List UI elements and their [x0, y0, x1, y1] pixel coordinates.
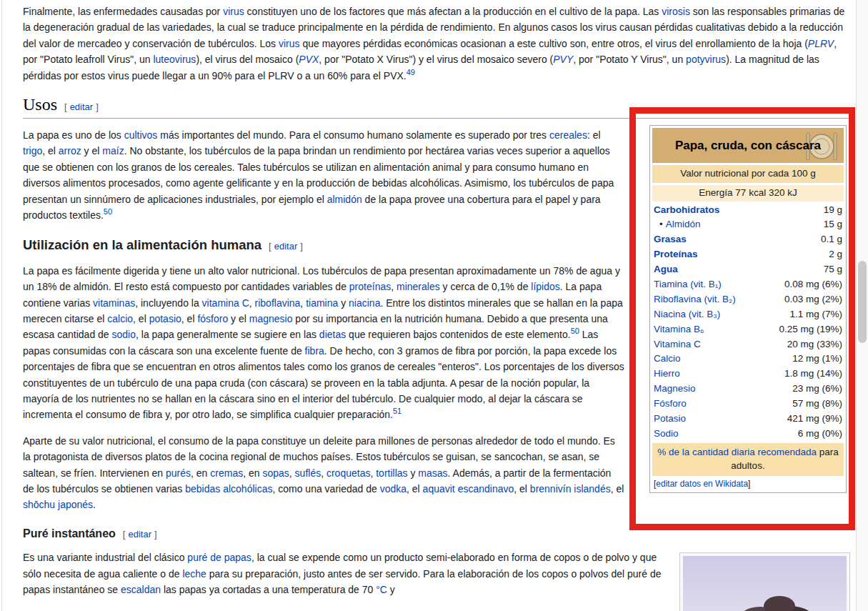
wiki-link[interactable]: fibra: [305, 345, 324, 357]
wiki-link[interactable]: cremas: [210, 467, 243, 479]
nutrient-label-link[interactable]: Potasio: [654, 413, 686, 424]
text-run: , el: [406, 483, 423, 495]
edit-link[interactable]: editar: [70, 101, 94, 112]
text-run: más importantes del mundo. Para el consu…: [157, 129, 549, 141]
text-run: , incluyendo la: [135, 297, 201, 309]
nutrient-row: Vitamina C20 mg (33%): [652, 337, 844, 352]
reference-superscript: 49: [406, 68, 415, 76]
wiki-link[interactable]: sopas: [262, 467, 289, 479]
wiki-link[interactable]: purés: [166, 467, 191, 479]
wiki-link[interactable]: bebidas alcohólicas: [185, 483, 272, 495]
text-run: y cerca de 0,1% de: [440, 281, 532, 292]
wiki-link[interactable]: virus: [279, 38, 300, 49]
wiki-link[interactable]: proteínas: [349, 281, 391, 292]
wiki-link[interactable]: potasio: [149, 313, 181, 324]
wiki-link[interactable]: potyvirus: [686, 54, 726, 65]
wiki-link[interactable]: leche: [182, 568, 206, 580]
nutrient-label-link[interactable]: Fósforo: [654, 398, 687, 409]
nutrient-value: 1.8 mg (14%): [784, 367, 842, 381]
text-run: , la papa generalmente se sugiere en las: [136, 329, 319, 340]
nutrient-label-link[interactable]: Sodio: [654, 428, 679, 439]
wikidata-edit-link[interactable]: editar datos en Wikidata: [656, 479, 748, 489]
wiki-link[interactable]: puré de papas: [187, 552, 251, 563]
wiki-link[interactable]: suflés: [295, 467, 321, 479]
text-run: .: [93, 499, 96, 510]
wiki-link[interactable]: virus: [223, 6, 244, 17]
reference-link[interactable]: 50: [104, 207, 112, 216]
wiki-link[interactable]: luteovirus: [153, 54, 196, 65]
nutrient-label-link[interactable]: Proteínas: [654, 249, 698, 259]
scrollbar-thumb[interactable]: [858, 261, 867, 343]
wiki-link[interactable]: fósforo: [197, 313, 228, 324]
wiki-link[interactable]: PLRV: [808, 38, 834, 49]
wiki-link[interactable]: PVX: [299, 54, 319, 65]
text-run: ,: [321, 467, 326, 479]
nutrient-label-link[interactable]: Almidón: [666, 219, 701, 229]
nutrient-label-link[interactable]: Magnesio: [654, 383, 696, 394]
nutrient-value: 20 mg (33%): [787, 338, 842, 352]
nutrient-value: 12 mg (1%): [792, 352, 842, 366]
nutrient-label-link[interactable]: Grasas: [654, 234, 687, 244]
nutrient-label-link[interactable]: Calcio: [654, 353, 681, 364]
wiki-link[interactable]: sodio: [112, 329, 136, 340]
edit-link[interactable]: editar: [274, 241, 298, 252]
wiki-link[interactable]: tiamina: [306, 297, 338, 309]
wiki-link[interactable]: virosis: [662, 6, 690, 17]
nutrition-infobox-container: Papa, cruda, con cáscara Valor nutricion…: [633, 94, 850, 520]
nutrient-row: Calcio12 mg (1%): [652, 352, 844, 367]
wiki-link[interactable]: cereales: [549, 129, 587, 141]
wiki-link[interactable]: lípidos: [531, 281, 559, 292]
wiki-link[interactable]: magnesio: [249, 313, 293, 324]
nutrient-row: •Almidón15 g: [652, 217, 844, 232]
wiki-link[interactable]: riboflavina: [255, 297, 301, 309]
wiki-link[interactable]: dietas: [319, 329, 346, 340]
wiki-link[interactable]: trigo: [23, 145, 42, 157]
text-run: , el: [181, 313, 198, 324]
reference-link[interactable]: 51: [393, 407, 401, 416]
potatoes-image: [683, 556, 847, 611]
wiki-link[interactable]: croquetas: [326, 467, 370, 479]
wiki-link[interactable]: shōchu japonés: [23, 499, 93, 510]
wiki-link[interactable]: °C: [376, 584, 387, 595]
wiki-link[interactable]: escaldan: [121, 584, 161, 595]
browser-scrollbar[interactable]: [856, 0, 868, 611]
bracket: [: [269, 241, 271, 252]
nutrient-value: 19 g: [824, 204, 842, 217]
nutrient-label-link[interactable]: Vitamina C: [654, 339, 701, 349]
nutrient-row: Hierro1.8 mg (14%): [652, 367, 844, 382]
wiki-link[interactable]: cultivos: [124, 129, 158, 141]
reference-superscript: 50: [571, 327, 579, 336]
nutrient-label-link[interactable]: Vitamina B₆: [654, 324, 704, 334]
text-run: La papa es uno de los: [23, 129, 124, 141]
wiki-link[interactable]: calcio: [107, 313, 133, 324]
infobox-title: Papa, cruda, con cáscara: [652, 128, 844, 163]
nutrient-value: 15 g: [824, 218, 842, 232]
wiki-link[interactable]: tortillas: [376, 467, 407, 479]
nutrient-value: 0.03 mg (2%): [784, 293, 842, 307]
bracket: ]: [300, 241, 303, 252]
wiki-link[interactable]: masas: [418, 467, 447, 479]
edit-link[interactable]: editar: [128, 529, 151, 540]
nutrient-label-link[interactable]: Riboflavina (vit. B₂): [654, 294, 736, 304]
nutrient-label-link[interactable]: Agua: [654, 264, 678, 274]
wiki-link[interactable]: almidón: [327, 194, 362, 205]
nutrient-label-link[interactable]: Hierro: [654, 368, 680, 379]
wiki-link[interactable]: aquavit escandinavo: [423, 483, 514, 495]
nutrient-label-link[interactable]: Tiamina (vit. B₁): [654, 279, 722, 289]
wiki-link[interactable]: maíz: [102, 145, 124, 157]
wiki-link[interactable]: vodka: [380, 483, 406, 495]
wiki-link[interactable]: minerales: [396, 281, 440, 292]
chuno-image-thumbnail[interactable]: [679, 552, 850, 611]
wiki-link[interactable]: vitamina C: [202, 297, 249, 309]
wiki-link[interactable]: arroz: [59, 145, 81, 157]
reference-link[interactable]: 49: [406, 68, 415, 76]
nutrient-label-link[interactable]: Niacina (vit. B₃): [654, 309, 720, 319]
nutrient-label-link[interactable]: Carbohidratos: [654, 204, 719, 215]
wiki-link[interactable]: brennivín islandés: [530, 483, 611, 495]
daily-amount-link[interactable]: % de la cantidad diaria recomendada: [657, 447, 817, 457]
wiki-link[interactable]: niacina: [349, 297, 380, 309]
reference-link[interactable]: 50: [571, 327, 579, 336]
nutrition-rows: Carbohidratos19 g•Almidón15 gGrasas0.1 g…: [652, 203, 844, 442]
wiki-link[interactable]: PVY: [553, 54, 573, 65]
wiki-link[interactable]: vitaminas: [93, 297, 135, 309]
